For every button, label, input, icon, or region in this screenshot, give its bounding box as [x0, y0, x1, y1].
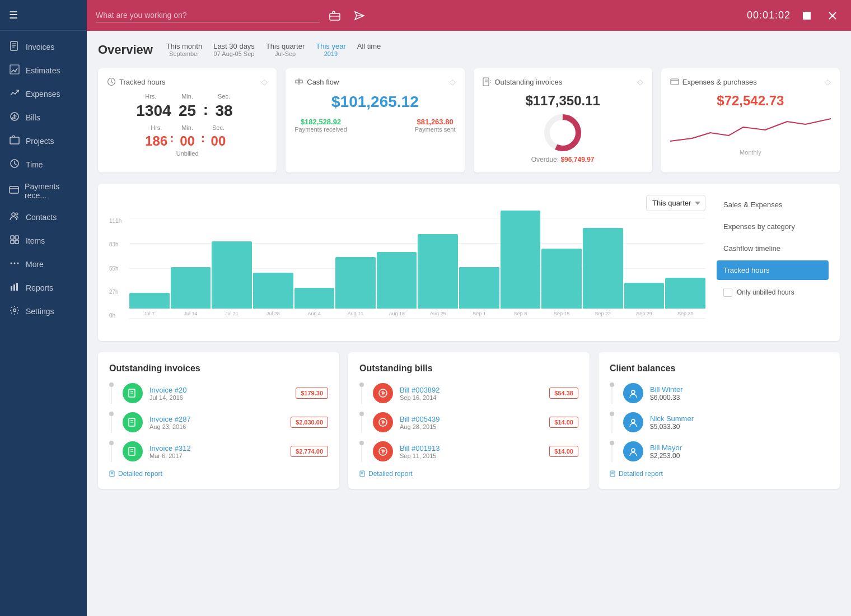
- client-name[interactable]: Bill Winter: [650, 385, 829, 394]
- chart-main: This quarter This month This year 111h 8…: [109, 195, 705, 330]
- invoice-name[interactable]: Invoice #287: [149, 415, 284, 423]
- client-name[interactable]: Bill Mayor: [650, 444, 829, 452]
- overdue-amount: $96,749.97: [560, 156, 594, 164]
- invoice-amount-badge: $2,774.00: [291, 446, 328, 457]
- invoice-name[interactable]: Invoice #20: [149, 386, 289, 394]
- svg-point-60: [632, 390, 635, 394]
- sidebar-item-payments[interactable]: Payments rece...: [0, 176, 87, 206]
- chart-yaxis: 111h 83h 55h 27h 0h: [109, 218, 121, 319]
- expenses-card: Expenses & purchases ◇ $72,542.73 Monthl…: [661, 68, 840, 172]
- svg-rect-20: [13, 284, 15, 291]
- sidebar-item-label: Reports: [26, 283, 53, 292]
- outstanding-invoices-card: Outstanding invoices ◇ $117,350.11 Overd…: [474, 68, 652, 172]
- items-icon: [9, 235, 20, 247]
- svg-point-18: [17, 263, 19, 264]
- invoice-card-icon: [483, 77, 492, 86]
- cashflow-details: $182,528.92 Payments received $81,263.80…: [294, 118, 455, 133]
- sidebar-item-settings[interactable]: Settings: [0, 300, 87, 323]
- bill-name[interactable]: Bill #001913: [400, 444, 543, 452]
- contact-avatar: [623, 441, 643, 461]
- svg-rect-13: [15, 236, 18, 239]
- svg-rect-19: [11, 286, 12, 291]
- search-input[interactable]: [96, 8, 320, 22]
- svg-point-11: [16, 213, 18, 215]
- overdue-label: Overdue:: [531, 156, 559, 164]
- sidebar-item-more[interactable]: More: [0, 253, 87, 276]
- card-title-invoices: Outstanding invoices ◇: [483, 77, 643, 86]
- invoice-amount-badge: $2,030.00: [291, 417, 328, 428]
- unbilled-checkbox[interactable]: [723, 288, 732, 297]
- list-item: Invoice #312 Mar 6, 2017 $2,774.00: [109, 441, 328, 462]
- expenses-amount: $72,542.73: [670, 93, 831, 109]
- sidebar-item-expenses[interactable]: Expenses: [0, 82, 87, 106]
- sidebar-item-label: Contacts: [26, 213, 57, 222]
- invoices-icon: [9, 41, 20, 53]
- bill-avatar: [373, 441, 393, 461]
- time-icon: [9, 158, 20, 171]
- bar-item: Sep 15: [541, 249, 582, 316]
- outstanding-bills-list: Outstanding bills Bill #003892 Sep 16, 2…: [348, 352, 590, 489]
- bill-name[interactable]: Bill #005439: [400, 415, 543, 423]
- contacts-icon: [9, 211, 20, 223]
- sidebar-item-bills[interactable]: Bills: [0, 106, 87, 129]
- client-items: Bill Winter $6,000.33 Nick: [610, 382, 829, 462]
- pin-icon[interactable]: ◇: [261, 77, 268, 86]
- outstanding-invoices-list: Outstanding invoices Invoice #20 Jul 14,…: [98, 352, 339, 489]
- outstanding-invoices-list-title: Outstanding invoices: [109, 363, 328, 374]
- sidebar-item-reports[interactable]: Reports: [0, 276, 87, 300]
- pin-icon[interactable]: ◇: [637, 77, 643, 86]
- bar-item: Sep 1: [459, 267, 499, 316]
- chart-filter-select[interactable]: This quarter This month This year: [646, 195, 705, 211]
- unbilled-hours-row: Only unbilled hours: [717, 284, 829, 300]
- tracked-hours-title: Tracked hours: [119, 78, 166, 86]
- sidebar-item-invoices[interactable]: Invoices: [0, 35, 87, 59]
- detailed-report-link[interactable]: Detailed report: [359, 470, 578, 478]
- sidebar-item-contacts[interactable]: Contacts: [0, 206, 87, 229]
- legend-expenses-category[interactable]: Expenses by category: [717, 217, 829, 236]
- legend-cashflow[interactable]: Cashflow timeline: [717, 239, 829, 258]
- topbar-right: 00:01:02: [747, 6, 842, 25]
- balance-icon: [294, 77, 303, 86]
- outstanding-amount: $117,350.11: [483, 93, 643, 109]
- settings-icon: [9, 305, 20, 318]
- svg-rect-4: [10, 65, 19, 74]
- pin-icon[interactable]: ◇: [825, 77, 831, 86]
- bill-name[interactable]: Bill #003892: [400, 386, 543, 394]
- tab-all-time[interactable]: All time: [357, 42, 381, 57]
- topbar: 00:01:02: [87, 0, 851, 31]
- list-item: Bill Mayor $2,253.00: [610, 441, 829, 462]
- sidebar-item-time[interactable]: Time: [0, 153, 87, 176]
- sidebar-item-estimates[interactable]: Estimates: [0, 59, 87, 82]
- contact-avatar: [623, 383, 643, 403]
- client-name[interactable]: Nick Summer: [650, 414, 829, 423]
- legend-sales-expenses[interactable]: Sales & Expenses: [717, 195, 829, 214]
- expenses-title: Expenses & purchases: [682, 78, 757, 86]
- legend-tracked-hours[interactable]: Tracked hours: [717, 260, 829, 280]
- more-icon: [9, 258, 20, 270]
- payments-icon: [9, 185, 19, 197]
- bar-item: Jul 7: [129, 293, 170, 316]
- contact-avatar: [623, 412, 643, 432]
- bill-items: Bill #003892 Sep 16, 2014 $54.38: [359, 382, 578, 462]
- tab-last-30[interactable]: Last 30 days 07 Aug-05 Sep: [213, 42, 255, 57]
- topbar-close-button[interactable]: [823, 6, 842, 25]
- tab-this-year[interactable]: This year 2019: [316, 42, 345, 57]
- sidebar-item-projects[interactable]: Projects: [0, 129, 87, 153]
- list-item: Bill #003892 Sep 16, 2014 $54.38: [359, 382, 578, 404]
- received-label: Payments received: [294, 126, 347, 133]
- reports-icon: [9, 282, 20, 294]
- expenses-monthly: Monthly: [670, 149, 831, 156]
- sidebar-item-label: Bills: [26, 113, 40, 122]
- hamburger-icon[interactable]: ☰: [9, 9, 18, 21]
- tab-this-quarter[interactable]: This quarter Jul-Sep: [266, 42, 305, 57]
- timer-stop-button[interactable]: [797, 6, 816, 25]
- detailed-report-link[interactable]: Detailed report: [610, 470, 829, 478]
- cashflow-amount: $101,265.12: [294, 93, 455, 111]
- topbar-briefcase-button[interactable]: [325, 6, 344, 25]
- tab-this-month[interactable]: This month September: [166, 42, 202, 57]
- sidebar-item-items[interactable]: Items: [0, 229, 87, 253]
- pin-icon[interactable]: ◇: [450, 77, 456, 86]
- topbar-send-button[interactable]: [350, 6, 369, 25]
- detailed-report-link[interactable]: Detailed report: [109, 470, 328, 478]
- invoice-name[interactable]: Invoice #312: [149, 444, 284, 452]
